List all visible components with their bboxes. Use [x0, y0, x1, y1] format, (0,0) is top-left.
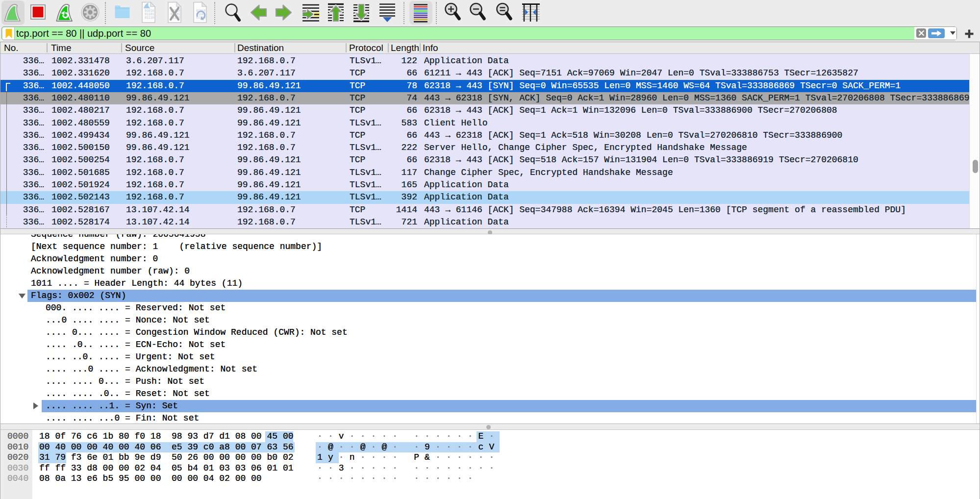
svg-text:01010: 01010	[145, 9, 154, 13]
svg-text:01110: 01110	[145, 16, 154, 20]
svg-text:01101: 01101	[145, 13, 154, 16]
